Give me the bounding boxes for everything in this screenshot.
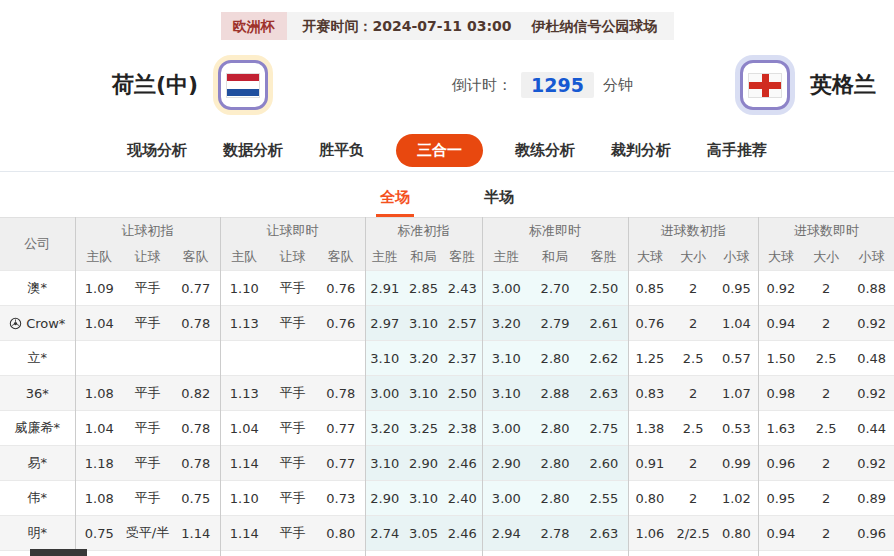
odds-cell-goals-live-2[interactable]: 0.88	[849, 271, 894, 306]
tab-referee-analysis[interactable]: 裁判分析	[607, 134, 675, 167]
odds-cell-standard-live-1[interactable]: 2.78	[530, 516, 580, 551]
odds-cell-standard-live-1[interactable]: 2.80	[530, 411, 580, 446]
odds-cell-goals-live-2[interactable]: 0.92	[849, 376, 894, 411]
odds-cell-standard-live-1[interactable]: 2.80	[530, 481, 580, 516]
tab-three-in-one[interactable]: 三合一	[396, 134, 483, 167]
odds-cell-goals-live-2[interactable]: 0.92	[849, 446, 894, 481]
teams-row: 荷兰(中) 倒计时： 1295 分钟 英格兰	[0, 40, 894, 130]
odds-cell-handicap-live-2[interactable]	[317, 341, 365, 376]
odds-cell-handicap-live-2[interactable]: 0.76	[317, 306, 365, 341]
odds-cell-handicap-live-1[interactable]: 平手	[268, 376, 317, 411]
odds-cell-standard-live-1[interactable]: 2.70	[530, 271, 580, 306]
odds-cell-standard-live-0[interactable]: 3.00	[482, 481, 530, 516]
tab-live-analysis[interactable]: 现场分析	[123, 134, 191, 167]
odds-cell-goals-live-0[interactable]: 0.95	[758, 481, 803, 516]
odds-cell-goals-live-0[interactable]: 0.94	[758, 306, 803, 341]
tab-expert-picks[interactable]: 高手推荐	[703, 134, 771, 167]
odds-cell-handicap-initial-1: 平手	[123, 271, 172, 306]
odds-cell-goals-live-1[interactable]: 2	[803, 376, 849, 411]
odds-cell-goals-live-2[interactable]: 0.44	[849, 411, 894, 446]
odds-cell-standard-initial-2: 2.57	[443, 306, 482, 341]
odds-cell-handicap-live-1[interactable]: 平手	[268, 516, 317, 551]
odds-cell-goals-live-0[interactable]: 1.63	[758, 411, 803, 446]
odds-cell-standard-live-2[interactable]: 2.75	[580, 411, 628, 446]
odds-cell-standard-live-0[interactable]: 3.10	[482, 376, 530, 411]
odds-cell-standard-live-2[interactable]: 2.62	[580, 341, 628, 376]
odds-cell-handicap-live-0[interactable]	[220, 341, 268, 376]
odds-cell-goals-live-0[interactable]: 0.92	[758, 271, 803, 306]
odds-cell-goals-live-0[interactable]: 0.98	[758, 376, 803, 411]
odds-cell-handicap-live-1[interactable]: 平手	[268, 271, 317, 306]
odds-cell-standard-live-2[interactable]: 2.50	[580, 271, 628, 306]
tab-coach-analysis[interactable]: 教练分析	[511, 134, 579, 167]
odds-cell-standard-live-0[interactable]: 2.90	[482, 446, 530, 481]
odds-cell-goals-live-1[interactable]: 2	[803, 306, 849, 341]
odds-cell-handicap-live-0[interactable]: 1.13	[220, 376, 268, 411]
odds-cell-standard-live-1[interactable]: 2.80	[530, 341, 580, 376]
odds-cell-goals-live-1[interactable]: 2	[803, 446, 849, 481]
odds-cell-handicap-live-1[interactable]: 平手	[268, 446, 317, 481]
company-cell[interactable]: 36*	[0, 376, 75, 411]
odds-cell-goals-live-1[interactable]: 2	[803, 481, 849, 516]
odds-cell-goals-live-0[interactable]: 0.96	[758, 446, 803, 481]
table-row: 澳*1.09平手0.771.10平手0.762.912.852.433.002.…	[0, 271, 894, 306]
company-cell[interactable]: 威廉希*	[0, 411, 75, 446]
odds-cell-goals-live-1[interactable]: 2.5	[803, 411, 849, 446]
company-cell[interactable]: 明*	[0, 516, 75, 551]
odds-cell-handicap-live-2[interactable]: 0.77	[317, 446, 365, 481]
odds-cell-standard-live-1[interactable]: 2.80	[530, 446, 580, 481]
odds-cell-standard-initial-1: 3.05	[404, 516, 443, 551]
odds-cell-handicap-initial-0	[75, 341, 123, 376]
odds-cell-standard-live-0[interactable]: 2.94	[482, 516, 530, 551]
sub-header-goals-initial-2: 小球	[715, 245, 758, 271]
company-cell[interactable]: Crow*	[0, 306, 75, 341]
odds-cell-standard-live-0[interactable]: 3.00	[482, 411, 530, 446]
company-cell[interactable]: 立*	[0, 341, 75, 376]
odds-cell-handicap-live-0[interactable]: 1.10	[220, 271, 268, 306]
odds-cell-standard-live-1[interactable]: 2.79	[530, 306, 580, 341]
odds-cell-goals-live-0[interactable]: 1.50	[758, 341, 803, 376]
odds-cell-handicap-live-0[interactable]: 1.14	[220, 446, 268, 481]
odds-cell-goals-initial-2: 1.07	[715, 376, 758, 411]
odds-cell-handicap-live-2[interactable]: 0.78	[317, 376, 365, 411]
odds-cell-standard-live-0[interactable]: 3.20	[482, 306, 530, 341]
odds-cell-standard-live-2[interactable]: 2.63	[580, 376, 628, 411]
period-tab-full-time[interactable]: 全场	[376, 188, 414, 217]
odds-cell-handicap-live-1[interactable]: 平手	[268, 306, 317, 341]
odds-cell-standard-live-2[interactable]: 2.63	[580, 516, 628, 551]
odds-cell-handicap-live-1[interactable]: 平手	[268, 481, 317, 516]
odds-cell-standard-live-0[interactable]: 3.10	[482, 341, 530, 376]
odds-cell-goals-live-2[interactable]: 0.96	[849, 516, 894, 551]
tab-win-draw-lose[interactable]: 胜平负	[315, 134, 368, 167]
odds-cell-handicap-live-0[interactable]: 1.10	[220, 481, 268, 516]
odds-cell-standard-live-2[interactable]: 2.60	[580, 446, 628, 481]
odds-cell-handicap-live-1[interactable]: 平手	[268, 411, 317, 446]
odds-cell-goals-live-1[interactable]: 2	[803, 271, 849, 306]
odds-cell-goals-live-2[interactable]: 0.89	[849, 481, 894, 516]
odds-cell-goals-initial-0: 1.06	[628, 516, 671, 551]
odds-cell-handicap-live-0[interactable]: 1.14	[220, 516, 268, 551]
odds-cell-standard-initial-1: 3.20	[404, 341, 443, 376]
odds-cell-goals-live-0[interactable]: 0.94	[758, 516, 803, 551]
period-tab-half-time[interactable]: 半场	[480, 188, 518, 217]
odds-cell-standard-live-1[interactable]: 2.88	[530, 376, 580, 411]
odds-cell-handicap-live-0[interactable]: 1.13	[220, 306, 268, 341]
company-cell[interactable]: 澳*	[0, 271, 75, 306]
odds-cell-standard-initial-0: 3.10	[365, 341, 404, 376]
odds-cell-handicap-live-2[interactable]: 0.80	[317, 516, 365, 551]
odds-cell-handicap-live-1[interactable]	[268, 341, 317, 376]
odds-cell-standard-live-2[interactable]: 2.61	[580, 306, 628, 341]
odds-cell-goals-live-2[interactable]: 0.48	[849, 341, 894, 376]
company-cell[interactable]: 易*	[0, 446, 75, 481]
odds-cell-goals-live-2[interactable]: 0.92	[849, 306, 894, 341]
odds-cell-handicap-live-2[interactable]: 0.76	[317, 271, 365, 306]
tab-data-analysis[interactable]: 数据分析	[219, 134, 287, 167]
odds-cell-handicap-live-2[interactable]: 0.77	[317, 411, 365, 446]
company-cell[interactable]: 伟*	[0, 481, 75, 516]
odds-cell-goals-live-1[interactable]: 2.5	[803, 341, 849, 376]
odds-cell-goals-live-1[interactable]: 2	[803, 516, 849, 551]
odds-cell-handicap-live-0[interactable]: 1.04	[220, 411, 268, 446]
odds-cell-handicap-live-2[interactable]: 0.73	[317, 481, 365, 516]
odds-cell-standard-live-2[interactable]: 2.55	[580, 481, 628, 516]
odds-cell-standard-live-0[interactable]: 3.00	[482, 271, 530, 306]
